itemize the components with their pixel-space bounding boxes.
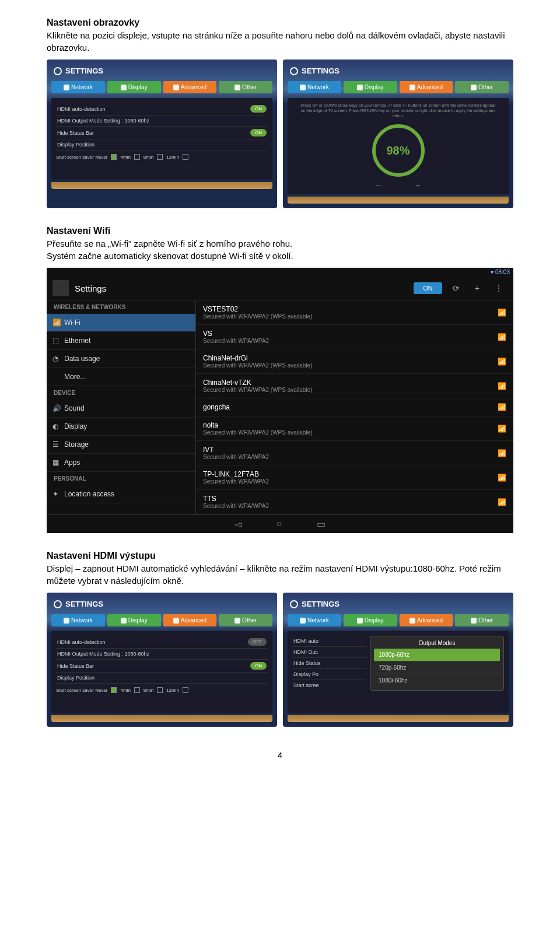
refresh-icon[interactable]: ⟳: [448, 283, 464, 293]
tab-network[interactable]: Network: [288, 81, 341, 93]
overflow-icon[interactable]: ⋮: [490, 283, 508, 293]
plus-button[interactable]: +: [416, 180, 421, 190]
row-hdmi-auto-partial: HDMI auto: [292, 636, 366, 647]
settings-panel-left: SETTINGS Network Display Advanced Other …: [47, 59, 277, 208]
left-item-data[interactable]: ◔Data usage: [47, 350, 195, 368]
wifi-network-item[interactable]: ChinaNet-vTZKSecured with WPA/WPA2 (WPS …: [196, 374, 513, 398]
tab-network[interactable]: Network: [51, 614, 105, 626]
tab-other[interactable]: Other: [219, 81, 272, 93]
settings-body: HDMI auto-detection ON HDMI Output Mode …: [51, 98, 272, 180]
wifi-network-item[interactable]: noltaSecured with WPA/WPA2 (WPS availabl…: [196, 416, 513, 441]
checkbox-never[interactable]: [111, 154, 117, 160]
monitor-icon: [121, 85, 127, 90]
section-text-screen: Klikněte na pozici displeje, vstupte na …: [47, 29, 513, 54]
row-display-position[interactable]: Display Position: [56, 139, 268, 150]
left-item-display[interactable]: ◐Display: [47, 418, 195, 436]
wifi-network-item[interactable]: VSTEST02Secured with WPA/WPA2 (WPS avail…: [196, 300, 513, 325]
section-text-hdmi: Displej – zapnout HDMI automatické vyhle…: [47, 562, 513, 587]
toggle-off[interactable]: OFF: [248, 638, 267, 646]
tab-display[interactable]: Display: [344, 614, 397, 626]
row-hide-partial: Hide Status: [292, 658, 366, 669]
mode-option-1080i[interactable]: 1080i-60hz: [374, 674, 500, 687]
nav-bar: ◅ ○ ▭: [47, 514, 513, 533]
tab-other[interactable]: Other: [455, 614, 509, 626]
left-item-wifi[interactable]: 📶Wi-Fi: [47, 314, 195, 332]
settings-title-text: SETTINGS: [65, 600, 103, 608]
row-hdmi-mode[interactable]: HDMI Output Mode Setting : 1080-60hz: [56, 649, 268, 660]
tab-network[interactable]: Network: [51, 81, 105, 93]
display-icon: ◐: [52, 422, 61, 430]
tab-display[interactable]: Display: [344, 81, 397, 93]
data-icon: ◔: [52, 355, 61, 363]
tools-icon: [173, 618, 179, 624]
decorative-footer: [288, 715, 509, 722]
left-item-ethernet[interactable]: ⬚Ethernet: [47, 332, 195, 350]
mode-option-720p[interactable]: 720p-60hz: [374, 661, 500, 674]
back-icon[interactable]: ◅: [235, 519, 242, 530]
wifi-network-item[interactable]: VSSecured with WPA/WPA2📶: [196, 325, 513, 349]
settings-title-text: SETTINGS: [302, 66, 340, 75]
left-item-storage[interactable]: ☰Storage: [47, 436, 195, 454]
home-icon[interactable]: ○: [276, 519, 282, 530]
settings-title: SETTINGS: [288, 64, 509, 78]
left-item-location[interactable]: ✦Location access: [47, 485, 195, 503]
globe-icon: [300, 85, 306, 90]
left-item-sound[interactable]: 🔊Sound: [47, 400, 195, 418]
checkbox-4min[interactable]: [134, 687, 140, 693]
row-hide-status[interactable]: Hide Status Bar ON: [56, 127, 268, 139]
tab-network[interactable]: Network: [288, 614, 341, 626]
checkbox-12min[interactable]: [183, 154, 188, 160]
settings-tabs: Network Display Advanced Other: [288, 81, 509, 93]
tab-advanced[interactable]: Advanced: [163, 614, 217, 626]
wifi-network-item[interactable]: TP-LINK_12F7ABSecured with WPA/WPA2📶: [196, 465, 513, 490]
wifi-icon: 📶: [52, 318, 61, 327]
toggle-on[interactable]: ON: [250, 105, 267, 113]
location-icon: ✦: [52, 490, 61, 498]
tab-other[interactable]: Other: [219, 614, 272, 626]
monitor-icon: [121, 618, 127, 624]
minus-button[interactable]: −: [376, 180, 380, 190]
tab-display[interactable]: Display: [107, 81, 161, 93]
row-hdmi-auto[interactable]: HDMI auto-detectionOFF: [56, 636, 268, 649]
status-bar: ▾ 08:03: [47, 268, 513, 276]
checkbox-12min[interactable]: [183, 687, 188, 693]
ring-hint: Press UP or DOWN arrow keys on your remo…: [292, 103, 504, 124]
globe-icon: [64, 618, 69, 624]
row-screen-saver: Start screen saver Never 4min 8min 12min: [56, 150, 268, 160]
tab-advanced[interactable]: Advanced: [400, 614, 453, 626]
monitor-icon: [357, 85, 363, 90]
left-item-apps[interactable]: ▦Apps: [47, 454, 195, 472]
decorative-footer: [51, 715, 272, 722]
ring-controls: − +: [376, 180, 420, 190]
row-hdmi-mode[interactable]: HDMI Output Mode Setting : 1080-60hz: [56, 115, 268, 127]
tab-advanced[interactable]: Advanced: [163, 81, 217, 93]
row-hide-status[interactable]: Hide Status BarON: [56, 660, 268, 673]
wifi-master-toggle[interactable]: ON: [414, 282, 442, 294]
left-header-wireless: WIRELESS & NETWORKS: [47, 300, 195, 314]
wifi-network-item[interactable]: ChinaNet-drGiSecured with WPA/WPA2 (WPS …: [196, 349, 513, 374]
left-item-more[interactable]: More...: [47, 368, 195, 386]
puzzle-icon: [235, 85, 240, 90]
wifi-network-item[interactable]: gongcha📶: [196, 398, 513, 416]
tab-advanced[interactable]: Advanced: [400, 81, 453, 93]
checkbox-never[interactable]: [111, 687, 117, 693]
toggle-on[interactable]: ON: [250, 662, 267, 670]
mode-option-1080p[interactable]: 1080p-60hz: [374, 649, 500, 661]
recents-icon[interactable]: ▭: [317, 519, 326, 530]
tab-display[interactable]: Display: [107, 614, 161, 626]
checkbox-8min[interactable]: [157, 687, 163, 693]
app-icon[interactable]: [52, 280, 69, 296]
checkbox-8min[interactable]: [157, 154, 163, 160]
wifi-network-item[interactable]: TTSSecured with WPA/WPA2📶: [196, 490, 513, 514]
wifi-network-item[interactable]: IVTSecured with WPA/WPA2📶: [196, 441, 513, 465]
gear-icon: [54, 600, 62, 608]
toggle-on[interactable]: ON: [250, 129, 267, 136]
decorative-footer: [288, 197, 509, 204]
wifi-signal-icon: 📶: [498, 474, 506, 482]
add-icon[interactable]: +: [470, 283, 484, 293]
tab-other[interactable]: Other: [455, 81, 509, 93]
checkbox-4min[interactable]: [134, 154, 140, 160]
wifi-status-icon: ▾: [491, 269, 494, 275]
row-display-position[interactable]: Display Position: [56, 673, 268, 684]
row-hdmi-auto[interactable]: HDMI auto-detection ON: [56, 103, 268, 115]
